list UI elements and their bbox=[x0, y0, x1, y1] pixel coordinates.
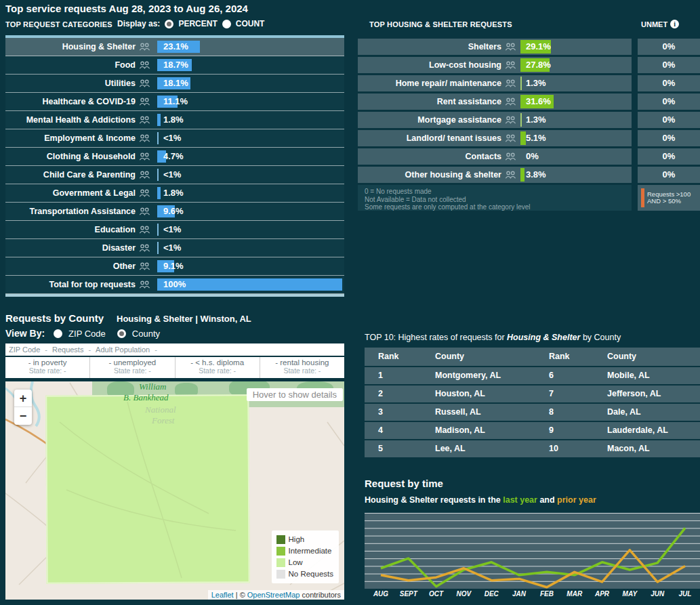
housing-label: Landlord/ tenant issues bbox=[358, 133, 501, 143]
zip-table-header: ZIP Code-Requests-Adult Population- bbox=[5, 343, 344, 356]
category-label: Clothing & Household bbox=[5, 152, 136, 161]
people-icon bbox=[139, 116, 150, 124]
category-row[interactable]: Utilities18.1% bbox=[5, 75, 344, 93]
county-radio[interactable] bbox=[117, 329, 126, 338]
housing-value: 1.3% bbox=[526, 75, 546, 91]
category-value: <1% bbox=[163, 166, 181, 184]
map-attribution: Leaflet | © OpenStreetMap contributors bbox=[208, 590, 344, 600]
housing-bar bbox=[520, 113, 522, 127]
housing-label: Other housing & shelter bbox=[358, 170, 501, 180]
category-row[interactable]: Clothing & Household4.7% bbox=[5, 148, 344, 166]
housing-header: TOP HOUSING & SHELTER REQUESTS bbox=[369, 20, 512, 28]
people-icon bbox=[505, 134, 516, 142]
time-chart[interactable] bbox=[365, 513, 700, 589]
county-section-subtitle: Housing & Shelter | Winston, AL bbox=[117, 314, 251, 324]
county-radio-label[interactable]: County bbox=[132, 329, 160, 339]
zip-code-radio[interactable] bbox=[54, 329, 62, 338]
category-value: <1% bbox=[163, 129, 181, 147]
housing-footnotes: 0 = No requests made Not Available = Dat… bbox=[358, 185, 632, 211]
category-row[interactable]: Food18.7% bbox=[5, 56, 344, 75]
bottom-divider bbox=[5, 294, 344, 297]
sort-indicator: - bbox=[155, 346, 157, 354]
people-icon bbox=[505, 152, 516, 161]
footnote-3: Some requests are only computed at the c… bbox=[365, 203, 632, 211]
dashboard-root: Top service requests Aug 28, 2023 to Aug… bbox=[0, 0, 700, 605]
unmet-header: UNMET i bbox=[641, 20, 679, 28]
forest-label-william: William bbox=[139, 381, 166, 392]
category-label: Total for top requests bbox=[5, 280, 136, 289]
zip-code-radio-label[interactable]: ZIP Code bbox=[68, 329, 106, 339]
category-label: Food bbox=[5, 60, 136, 70]
housing-value: 0% bbox=[526, 148, 539, 165]
stat-cell: - in povertyState rate: - bbox=[5, 357, 90, 378]
category-value: 18.1% bbox=[163, 75, 188, 92]
map-legend-entry: Intermediate bbox=[276, 545, 333, 557]
category-row[interactable]: Healthcare & COVID-1911.1% bbox=[5, 93, 344, 111]
zip-table-column[interactable]: ZIP Code bbox=[9, 346, 40, 354]
count-radio[interactable] bbox=[222, 20, 231, 28]
people-icon bbox=[505, 171, 516, 179]
month-tick: NOV bbox=[449, 590, 478, 598]
category-row[interactable]: Government & Legal1.8% bbox=[5, 184, 344, 203]
category-bar bbox=[157, 114, 161, 126]
category-row[interactable]: Transportation Assistance9.6% bbox=[5, 203, 344, 221]
category-value: 100% bbox=[163, 276, 186, 293]
housing-value: 5.1% bbox=[526, 130, 546, 146]
zip-table-column[interactable]: Adult Population bbox=[96, 346, 150, 354]
legend-swatch bbox=[276, 535, 285, 544]
zoom-out-button[interactable]: − bbox=[14, 407, 32, 425]
people-icon bbox=[139, 207, 150, 215]
legend-swatch bbox=[276, 558, 285, 567]
month-tick: OCT bbox=[421, 590, 451, 598]
category-value: 18.7% bbox=[163, 56, 188, 74]
housing-row: Contacts0% bbox=[358, 148, 632, 165]
category-label: Employment & Income bbox=[5, 133, 136, 143]
category-row[interactable]: Housing & Shelter23.1% bbox=[5, 38, 344, 56]
category-label: Disaster bbox=[5, 243, 136, 253]
percent-radio[interactable] bbox=[165, 20, 173, 28]
top10-row: 2Houston, AL7Jefferson, AL bbox=[365, 385, 700, 402]
category-label: Housing & Shelter bbox=[5, 42, 136, 51]
map-legend-entry: Low bbox=[276, 557, 333, 568]
category-row[interactable]: Employment & Income<1% bbox=[5, 129, 344, 148]
month-tick: JUL bbox=[670, 590, 700, 598]
category-row[interactable]: Disaster<1% bbox=[5, 239, 344, 257]
month-tick: MAY bbox=[615, 590, 644, 598]
housing-label: Low-cost housing bbox=[358, 60, 501, 70]
category-bar bbox=[157, 224, 159, 236]
category-row[interactable]: Education<1% bbox=[5, 221, 344, 239]
category-row[interactable]: Child Care & Parenting<1% bbox=[5, 166, 344, 184]
forest-label-forest: Forest bbox=[152, 415, 174, 426]
count-radio-label[interactable]: COUNT bbox=[236, 19, 265, 28]
category-row[interactable]: Other9.1% bbox=[5, 257, 344, 276]
category-row[interactable]: Total for top requests100% bbox=[5, 276, 344, 294]
housing-value: 27.8% bbox=[526, 57, 551, 73]
percent-radio-label[interactable]: PERCENT bbox=[178, 19, 217, 28]
footnote-1: 0 = No requests made bbox=[365, 188, 632, 196]
category-row[interactable]: Mental Health & Addictions1.8% bbox=[5, 111, 344, 129]
month-tick: AUG bbox=[366, 590, 396, 598]
stat-cell: - unemployedState rate: - bbox=[90, 357, 175, 378]
county-map[interactable]: William B. Bankhead National Forest + − … bbox=[5, 381, 344, 600]
category-bar bbox=[157, 242, 159, 254]
unmet-value: 0% bbox=[638, 75, 700, 91]
unmet-label: UNMET bbox=[641, 20, 667, 28]
zoom-in-button[interactable]: + bbox=[14, 390, 32, 407]
unmet-value: 0% bbox=[638, 130, 700, 146]
stat-cell: - < h.s. diplomaState rate: - bbox=[176, 357, 260, 378]
last-year-legend: last year bbox=[503, 495, 537, 505]
page-title: Top service requests Aug 28, 2023 to Aug… bbox=[5, 3, 248, 14]
unmet-column: 0%0%0%0%0%0%0%0% bbox=[638, 39, 700, 185]
leaflet-link[interactable]: Leaflet bbox=[211, 591, 234, 599]
housing-value: 3.8% bbox=[526, 167, 546, 183]
month-tick: DEC bbox=[476, 590, 506, 598]
month-tick: JAN bbox=[504, 590, 534, 598]
info-icon[interactable]: i bbox=[670, 20, 679, 28]
county-stats-row: - in povertyState rate: -- unemployedSta… bbox=[5, 357, 344, 378]
zip-table-column[interactable]: Requests bbox=[52, 346, 83, 354]
legend-swatch bbox=[276, 570, 285, 579]
openstreetmap-link[interactable]: OpenStreetMap bbox=[247, 591, 300, 599]
category-label: Mental Health & Addictions bbox=[5, 115, 136, 125]
unmet-value: 0% bbox=[638, 57, 700, 73]
month-tick: APR bbox=[588, 590, 617, 598]
